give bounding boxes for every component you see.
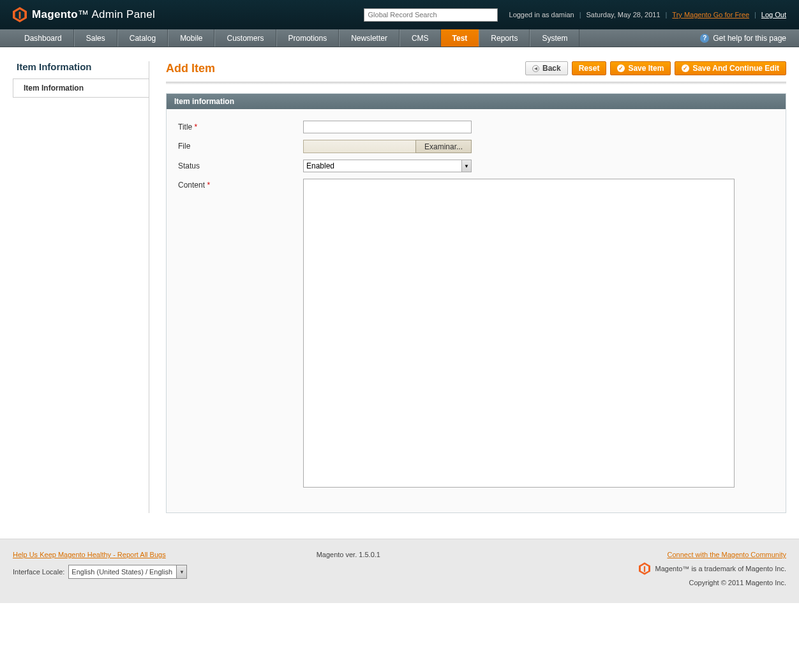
check-icon: ✓ xyxy=(682,64,689,72)
header-bar: Magento™ Admin Panel Logged in as damian… xyxy=(0,0,799,29)
back-button[interactable]: ◄ Back xyxy=(525,61,568,75)
footer-right: Connect with the Magento Community Magen… xyxy=(639,551,786,586)
nav-reports[interactable]: Reports xyxy=(479,29,530,47)
row-content: Content * xyxy=(178,179,774,489)
row-status: Status Enabled ▼ xyxy=(178,160,774,172)
action-buttons: ◄ Back Reset ✓ Save Item ✓ Save And Cont… xyxy=(525,61,786,75)
content-label: Content * xyxy=(178,179,303,190)
header-date: Saturday, May 28, 2011 xyxy=(586,11,661,19)
try-magento-link[interactable]: Try Magento Go for Free xyxy=(672,11,749,19)
magento-logo-icon xyxy=(639,562,650,575)
title-input[interactable] xyxy=(303,121,472,133)
logged-in-text: Logged in as damian xyxy=(509,11,574,19)
locale-label: Interface Locale: xyxy=(13,568,64,576)
header-right: Logged in as damian | Saturday, May 28, … xyxy=(364,8,786,22)
footer: Help Us Keep Magento Healthy - Report Al… xyxy=(0,539,799,603)
dropdown-arrow-icon: ▼ xyxy=(461,160,471,172)
nav-mobile[interactable]: Mobile xyxy=(168,29,214,47)
brand-logo: Magento™ Admin Panel xyxy=(13,7,155,22)
item-info-panel: Item information Title * File Ex xyxy=(166,93,786,513)
nav-newsletter[interactable]: Newsletter xyxy=(339,29,400,47)
main-area: Item Information Item Information Add It… xyxy=(0,47,799,539)
nav-promotions[interactable]: Promotions xyxy=(276,29,340,47)
report-bugs-link[interactable]: Help Us Keep Magento Healthy - Report Al… xyxy=(13,551,187,558)
main-nav: Dashboard Sales Catalog Mobile Customers… xyxy=(0,29,799,47)
file-label: File xyxy=(178,140,303,151)
dropdown-arrow-icon: ▼ xyxy=(176,565,186,578)
status-select[interactable]: Enabled ▼ xyxy=(303,160,472,172)
sidebar-tab-item-information[interactable]: Item Information xyxy=(13,78,149,98)
content-area: Add Item ◄ Back Reset ✓ Save Item ✓ Save… xyxy=(149,61,786,513)
magento-logo-icon xyxy=(13,7,27,22)
sidebar: Item Information Item Information xyxy=(13,61,149,513)
panel-heading: Item information xyxy=(167,94,786,109)
content-header: Add Item ◄ Back Reset ✓ Save Item ✓ Save… xyxy=(166,61,786,75)
trademark-text: Magento™ is a trademark of Magento Inc. xyxy=(655,565,786,572)
row-title: Title * xyxy=(178,121,774,133)
sidebar-title: Item Information xyxy=(13,61,149,78)
title-label: Title * xyxy=(178,121,303,131)
panel-body: Title * File Examinar... xyxy=(167,109,786,512)
check-icon: ✓ xyxy=(617,64,625,72)
svg-rect-0 xyxy=(19,11,21,19)
locale-select[interactable]: English (United States) / English ▼ xyxy=(68,565,187,579)
page-title: Add Item xyxy=(166,62,215,75)
back-arrow-icon: ◄ xyxy=(532,65,539,72)
status-label: Status xyxy=(178,160,303,170)
reset-button[interactable]: Reset xyxy=(572,61,607,75)
nav-cms[interactable]: CMS xyxy=(400,29,441,47)
divider xyxy=(166,82,786,84)
save-button[interactable]: ✓ Save Item xyxy=(610,61,671,75)
svg-rect-1 xyxy=(643,566,645,572)
nav-dashboard[interactable]: Dashboard xyxy=(13,29,74,47)
file-path-display xyxy=(303,140,415,153)
file-browse-button[interactable]: Examinar... xyxy=(415,140,472,153)
nav-test[interactable]: Test xyxy=(441,29,479,47)
brand-text: Magento™ Admin Panel xyxy=(32,8,155,21)
help-link[interactable]: ? Get help for this page xyxy=(700,29,786,47)
community-link[interactable]: Connect with the Magento Community xyxy=(667,551,786,558)
nav-system[interactable]: System xyxy=(530,29,579,47)
help-icon: ? xyxy=(700,34,709,43)
footer-left: Help Us Keep Magento Healthy - Report Al… xyxy=(13,551,187,579)
nav-catalog[interactable]: Catalog xyxy=(117,29,168,47)
content-textarea[interactable] xyxy=(303,179,735,488)
row-file: File Examinar... xyxy=(178,140,774,153)
footer-version: Magento ver. 1.5.0.1 xyxy=(317,551,380,558)
nav-customers[interactable]: Customers xyxy=(214,29,276,47)
save-continue-button[interactable]: ✓ Save And Continue Edit xyxy=(675,61,786,75)
global-search-input[interactable] xyxy=(364,8,498,22)
logout-link[interactable]: Log Out xyxy=(761,11,786,19)
nav-sales[interactable]: Sales xyxy=(74,29,117,47)
copyright-text: Copyright © 2011 Magento Inc. xyxy=(689,579,786,586)
locale-row: Interface Locale: English (United States… xyxy=(13,565,187,579)
